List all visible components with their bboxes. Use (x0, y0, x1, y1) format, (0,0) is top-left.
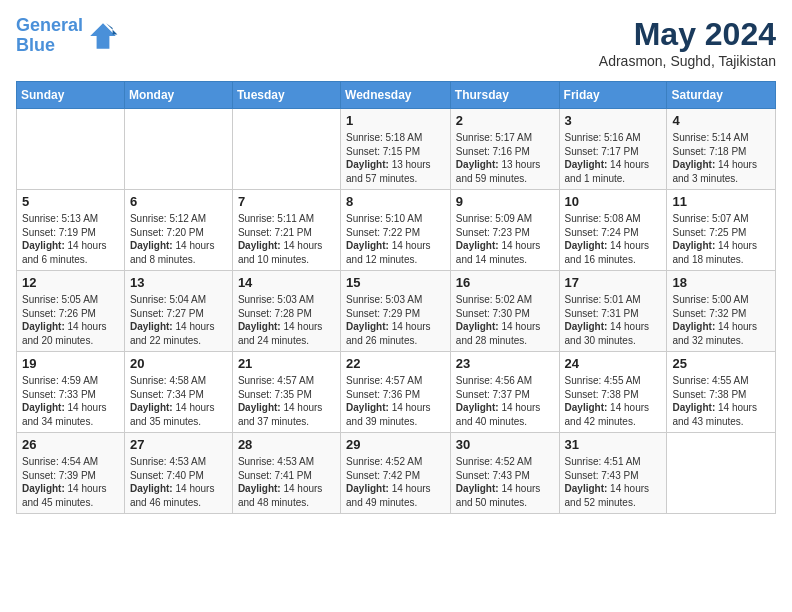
calendar-cell: 24Sunrise: 4:55 AMSunset: 7:38 PMDayligh… (559, 352, 667, 433)
day-info: Sunrise: 5:01 AMSunset: 7:31 PMDaylight:… (565, 293, 662, 347)
daylight-label: Daylight: (565, 483, 611, 494)
day-info: Sunrise: 5:09 AMSunset: 7:23 PMDaylight:… (456, 212, 554, 266)
day-info: Sunrise: 5:13 AMSunset: 7:19 PMDaylight:… (22, 212, 119, 266)
day-number: 7 (238, 194, 335, 209)
daylight-label: Daylight: (346, 483, 392, 494)
calendar-week-row: 26Sunrise: 4:54 AMSunset: 7:39 PMDayligh… (17, 433, 776, 514)
calendar-cell: 8Sunrise: 5:10 AMSunset: 7:22 PMDaylight… (341, 190, 451, 271)
day-info: Sunrise: 5:03 AMSunset: 7:29 PMDaylight:… (346, 293, 445, 347)
calendar-cell: 31Sunrise: 4:51 AMSunset: 7:43 PMDayligh… (559, 433, 667, 514)
daylight-label: Daylight: (130, 321, 176, 332)
calendar-cell: 17Sunrise: 5:01 AMSunset: 7:31 PMDayligh… (559, 271, 667, 352)
day-info: Sunrise: 5:07 AMSunset: 7:25 PMDaylight:… (672, 212, 770, 266)
calendar-cell: 28Sunrise: 4:53 AMSunset: 7:41 PMDayligh… (232, 433, 340, 514)
day-info: Sunrise: 5:17 AMSunset: 7:16 PMDaylight:… (456, 131, 554, 185)
daylight-label: Daylight: (22, 483, 68, 494)
day-info: Sunrise: 4:58 AMSunset: 7:34 PMDaylight:… (130, 374, 227, 428)
calendar-cell: 5Sunrise: 5:13 AMSunset: 7:19 PMDaylight… (17, 190, 125, 271)
daylight-label: Daylight: (672, 402, 718, 413)
day-info: Sunrise: 4:51 AMSunset: 7:43 PMDaylight:… (565, 455, 662, 509)
day-number: 29 (346, 437, 445, 452)
day-number: 10 (565, 194, 662, 209)
calendar-cell: 18Sunrise: 5:00 AMSunset: 7:32 PMDayligh… (667, 271, 776, 352)
daylight-label: Daylight: (456, 240, 502, 251)
calendar-cell: 9Sunrise: 5:09 AMSunset: 7:23 PMDaylight… (450, 190, 559, 271)
logo-icon (87, 20, 119, 52)
calendar-cell: 23Sunrise: 4:56 AMSunset: 7:37 PMDayligh… (450, 352, 559, 433)
day-number: 24 (565, 356, 662, 371)
daylight-label: Daylight: (346, 402, 392, 413)
daylight-label: Daylight: (130, 240, 176, 251)
day-number: 2 (456, 113, 554, 128)
daylight-label: Daylight: (565, 240, 611, 251)
day-number: 25 (672, 356, 770, 371)
calendar-cell: 4Sunrise: 5:14 AMSunset: 7:18 PMDaylight… (667, 109, 776, 190)
day-number: 17 (565, 275, 662, 290)
day-info: Sunrise: 5:08 AMSunset: 7:24 PMDaylight:… (565, 212, 662, 266)
day-number: 5 (22, 194, 119, 209)
day-info: Sunrise: 4:55 AMSunset: 7:38 PMDaylight:… (565, 374, 662, 428)
daylight-label: Daylight: (672, 240, 718, 251)
daylight-label: Daylight: (672, 159, 718, 170)
logo-text: General Blue (16, 16, 83, 56)
daylight-label: Daylight: (22, 321, 68, 332)
day-info: Sunrise: 5:00 AMSunset: 7:32 PMDaylight:… (672, 293, 770, 347)
daylight-label: Daylight: (238, 240, 284, 251)
day-info: Sunrise: 5:03 AMSunset: 7:28 PMDaylight:… (238, 293, 335, 347)
day-number: 28 (238, 437, 335, 452)
daylight-label: Daylight: (346, 321, 392, 332)
calendar-cell: 16Sunrise: 5:02 AMSunset: 7:30 PMDayligh… (450, 271, 559, 352)
weekday-header: Monday (124, 82, 232, 109)
day-number: 19 (22, 356, 119, 371)
calendar-cell: 11Sunrise: 5:07 AMSunset: 7:25 PMDayligh… (667, 190, 776, 271)
day-info: Sunrise: 4:52 AMSunset: 7:42 PMDaylight:… (346, 455, 445, 509)
day-number: 18 (672, 275, 770, 290)
daylight-label: Daylight: (238, 402, 284, 413)
daylight-label: Daylight: (346, 159, 392, 170)
calendar-cell: 10Sunrise: 5:08 AMSunset: 7:24 PMDayligh… (559, 190, 667, 271)
calendar-week-row: 12Sunrise: 5:05 AMSunset: 7:26 PMDayligh… (17, 271, 776, 352)
daylight-label: Daylight: (672, 321, 718, 332)
daylight-label: Daylight: (22, 402, 68, 413)
day-number: 27 (130, 437, 227, 452)
calendar-cell: 3Sunrise: 5:16 AMSunset: 7:17 PMDaylight… (559, 109, 667, 190)
calendar-cell: 29Sunrise: 4:52 AMSunset: 7:42 PMDayligh… (341, 433, 451, 514)
title-block: May 2024 Adrasmon, Sughd, Tajikistan (599, 16, 776, 69)
day-info: Sunrise: 5:05 AMSunset: 7:26 PMDaylight:… (22, 293, 119, 347)
page-header: General Blue May 2024 Adrasmon, Sughd, T… (16, 16, 776, 69)
weekday-header: Saturday (667, 82, 776, 109)
day-number: 8 (346, 194, 445, 209)
day-info: Sunrise: 5:16 AMSunset: 7:17 PMDaylight:… (565, 131, 662, 185)
day-number: 11 (672, 194, 770, 209)
day-info: Sunrise: 5:02 AMSunset: 7:30 PMDaylight:… (456, 293, 554, 347)
logo: General Blue (16, 16, 119, 56)
day-number: 14 (238, 275, 335, 290)
day-number: 21 (238, 356, 335, 371)
day-info: Sunrise: 4:55 AMSunset: 7:38 PMDaylight:… (672, 374, 770, 428)
daylight-label: Daylight: (565, 159, 611, 170)
day-number: 1 (346, 113, 445, 128)
daylight-label: Daylight: (238, 321, 284, 332)
calendar-cell: 13Sunrise: 5:04 AMSunset: 7:27 PMDayligh… (124, 271, 232, 352)
calendar-cell: 27Sunrise: 4:53 AMSunset: 7:40 PMDayligh… (124, 433, 232, 514)
calendar-table: SundayMondayTuesdayWednesdayThursdayFrid… (16, 81, 776, 514)
weekday-row: SundayMondayTuesdayWednesdayThursdayFrid… (17, 82, 776, 109)
calendar-cell: 30Sunrise: 4:52 AMSunset: 7:43 PMDayligh… (450, 433, 559, 514)
calendar-cell: 26Sunrise: 4:54 AMSunset: 7:39 PMDayligh… (17, 433, 125, 514)
calendar-cell: 15Sunrise: 5:03 AMSunset: 7:29 PMDayligh… (341, 271, 451, 352)
daylight-label: Daylight: (456, 159, 502, 170)
calendar-week-row: 5Sunrise: 5:13 AMSunset: 7:19 PMDaylight… (17, 190, 776, 271)
daylight-label: Daylight: (238, 483, 284, 494)
day-info: Sunrise: 4:52 AMSunset: 7:43 PMDaylight:… (456, 455, 554, 509)
day-info: Sunrise: 4:54 AMSunset: 7:39 PMDaylight:… (22, 455, 119, 509)
day-info: Sunrise: 4:56 AMSunset: 7:37 PMDaylight:… (456, 374, 554, 428)
day-info: Sunrise: 4:57 AMSunset: 7:35 PMDaylight:… (238, 374, 335, 428)
day-info: Sunrise: 5:14 AMSunset: 7:18 PMDaylight:… (672, 131, 770, 185)
calendar-cell: 22Sunrise: 4:57 AMSunset: 7:36 PMDayligh… (341, 352, 451, 433)
calendar-cell: 6Sunrise: 5:12 AMSunset: 7:20 PMDaylight… (124, 190, 232, 271)
day-number: 4 (672, 113, 770, 128)
weekday-header: Friday (559, 82, 667, 109)
calendar-cell: 25Sunrise: 4:55 AMSunset: 7:38 PMDayligh… (667, 352, 776, 433)
calendar-cell: 7Sunrise: 5:11 AMSunset: 7:21 PMDaylight… (232, 190, 340, 271)
calendar-cell (17, 109, 125, 190)
